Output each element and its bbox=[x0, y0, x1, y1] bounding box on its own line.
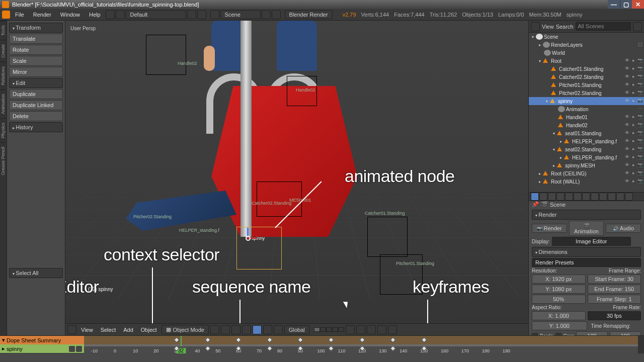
border-checkbox[interactable] bbox=[532, 333, 538, 335]
blender-logo-icon[interactable] bbox=[2, 11, 10, 19]
res-y-field[interactable]: Y: 1080 px bbox=[532, 285, 586, 294]
snap-icon[interactable] bbox=[356, 325, 365, 334]
channel-action[interactable]: ▸spinny bbox=[0, 344, 84, 353]
rotate-button[interactable]: Rotate bbox=[9, 45, 63, 55]
res-percent-field[interactable]: 50% bbox=[532, 295, 586, 304]
mute-icon[interactable] bbox=[69, 346, 75, 352]
menu-render[interactable]: Render bbox=[29, 11, 55, 19]
pin-icon[interactable]: 📌 bbox=[532, 201, 539, 208]
rotate-manip-icon[interactable] bbox=[263, 325, 272, 334]
outliner-search-label[interactable]: Search bbox=[556, 24, 574, 30]
outliner-tree[interactable]: ▾Scene ▸RenderLayers▢ World ▾Root👁▸📷 Cat… bbox=[529, 33, 644, 192]
lock-icon[interactable] bbox=[633, 237, 641, 245]
tab-relations[interactable]: Relations bbox=[0, 62, 6, 89]
duplicate-button[interactable]: Duplicate bbox=[9, 89, 63, 99]
last-operator-panel[interactable]: Select All bbox=[9, 268, 63, 278]
layers-icon[interactable] bbox=[231, 325, 240, 334]
delete-scene-icon[interactable] bbox=[272, 10, 281, 19]
physics-tab-icon[interactable] bbox=[625, 193, 633, 201]
fps-dropdown[interactable]: 30 fps bbox=[588, 311, 641, 320]
editor-type-icon[interactable] bbox=[531, 22, 540, 31]
menu-window[interactable]: Window bbox=[56, 11, 84, 19]
maximize-button[interactable]: ▢ bbox=[620, 0, 632, 9]
constraints-tab-icon[interactable] bbox=[574, 193, 582, 201]
end-frame-field[interactable]: End Frame: 150 bbox=[588, 285, 641, 294]
menu-add[interactable]: Add bbox=[120, 326, 136, 334]
material-tab-icon[interactable] bbox=[599, 193, 607, 201]
translate-manip-icon[interactable] bbox=[253, 325, 262, 334]
scene-tab-icon[interactable] bbox=[548, 193, 556, 201]
world-tab-icon[interactable] bbox=[556, 193, 565, 201]
scene-browse-icon[interactable] bbox=[210, 10, 219, 19]
audio-button[interactable]: Audio bbox=[606, 224, 641, 233]
render-preview-icon[interactable] bbox=[367, 325, 376, 334]
tab-animation[interactable]: Animation bbox=[0, 89, 6, 118]
3d-viewport[interactable]: Handle02 Handle02 Catcher02.Standing Pit… bbox=[65, 21, 528, 335]
remap-old-field[interactable]: ‹ 100 › bbox=[576, 331, 607, 335]
frame-step-field[interactable]: Frame Step: 1 bbox=[588, 295, 641, 304]
tab-create[interactable]: Create bbox=[0, 40, 6, 62]
editor-type-icon[interactable] bbox=[67, 325, 76, 334]
scene-selector[interactable]: Scene bbox=[220, 10, 261, 19]
menu-file[interactable]: File bbox=[11, 11, 28, 19]
close-button[interactable]: ✕ bbox=[632, 0, 644, 9]
tab-physics[interactable]: Physics bbox=[0, 118, 6, 142]
screen-browse-icon[interactable] bbox=[106, 10, 115, 19]
history-header[interactable]: History bbox=[9, 122, 63, 132]
tab-tools[interactable]: Tools bbox=[0, 21, 6, 40]
opengl-anim-icon[interactable] bbox=[388, 325, 397, 334]
mirror-button[interactable]: Mirror bbox=[9, 67, 63, 77]
menu-view[interactable]: View bbox=[78, 326, 96, 334]
tab-greasepencil[interactable]: Grease Pencil bbox=[0, 142, 6, 179]
search-icon[interactable] bbox=[633, 22, 642, 31]
translate-button[interactable]: Translate bbox=[9, 34, 63, 44]
dimensions-panel-header[interactable]: Dimensions bbox=[532, 247, 641, 257]
dope-timeline[interactable]: -100102030405060708090100110120130140150… bbox=[84, 336, 644, 353]
display-dropdown[interactable]: Image Editor bbox=[552, 237, 631, 246]
aspect-x-field[interactable]: X: 1.000 bbox=[532, 311, 586, 320]
render-button[interactable]: Render bbox=[532, 224, 567, 233]
outliner-view[interactable]: View bbox=[542, 24, 554, 30]
delete-layout-icon[interactable] bbox=[197, 10, 206, 19]
pivot-icon[interactable] bbox=[221, 325, 230, 334]
minimize-button[interactable]: — bbox=[608, 0, 620, 9]
shading-icon[interactable] bbox=[210, 325, 219, 334]
res-x-field[interactable]: X: 1920 px bbox=[532, 275, 586, 284]
screen-layout-selector[interactable]: Default bbox=[126, 10, 186, 19]
proportional-icon[interactable] bbox=[346, 325, 355, 334]
duplicate-linked-button[interactable]: Duplicate Linked bbox=[9, 100, 63, 110]
opengl-render-icon[interactable] bbox=[377, 325, 386, 334]
object-tab-icon[interactable] bbox=[565, 193, 573, 201]
crop-checkbox[interactable] bbox=[555, 333, 561, 335]
menu-object[interactable]: Object bbox=[138, 326, 160, 334]
transform-header[interactable]: Transform bbox=[9, 23, 63, 33]
layer-buttons[interactable] bbox=[314, 327, 344, 332]
particles-tab-icon[interactable] bbox=[616, 193, 624, 201]
aspect-y-field[interactable]: Y: 1.000 bbox=[532, 321, 587, 330]
start-frame-field[interactable]: Start Frame: 30 bbox=[588, 275, 641, 284]
playhead[interactable] bbox=[181, 336, 182, 346]
animation-button[interactable]: Animation bbox=[569, 221, 604, 236]
menu-help[interactable]: Help bbox=[85, 11, 105, 19]
render-layers-tab-icon[interactable] bbox=[539, 193, 547, 201]
data-tab-icon[interactable] bbox=[591, 193, 599, 201]
add-scene-icon[interactable] bbox=[262, 10, 271, 19]
render-panel-header[interactable]: Render bbox=[532, 210, 641, 220]
edit-header[interactable]: Edit bbox=[9, 78, 63, 88]
manipulator-icon[interactable] bbox=[242, 232, 254, 244]
remap-new-field[interactable]: ‹ 100 › bbox=[610, 331, 641, 335]
menu-select[interactable]: Select bbox=[98, 326, 119, 334]
channel-summary[interactable]: ▾Dope Sheet Summary bbox=[0, 336, 84, 344]
mode-selector[interactable]: ▦Object Mode bbox=[162, 325, 209, 334]
texture-tab-icon[interactable] bbox=[608, 193, 616, 201]
render-presets-dropdown[interactable]: Render Presets bbox=[532, 258, 641, 267]
orientation-selector[interactable]: Global bbox=[284, 325, 309, 334]
lock-icon[interactable] bbox=[76, 346, 82, 352]
delete-button[interactable]: Delete bbox=[9, 111, 63, 121]
outliner-filter-dropdown[interactable]: All Scenes bbox=[576, 22, 631, 31]
manipulator-toggle-icon[interactable] bbox=[242, 325, 251, 334]
scale-button[interactable]: Scale bbox=[9, 56, 63, 66]
render-tab-icon[interactable] bbox=[531, 193, 539, 201]
add-layout-icon[interactable] bbox=[187, 10, 196, 19]
render-engine-selector[interactable]: Blender Render bbox=[285, 10, 333, 19]
